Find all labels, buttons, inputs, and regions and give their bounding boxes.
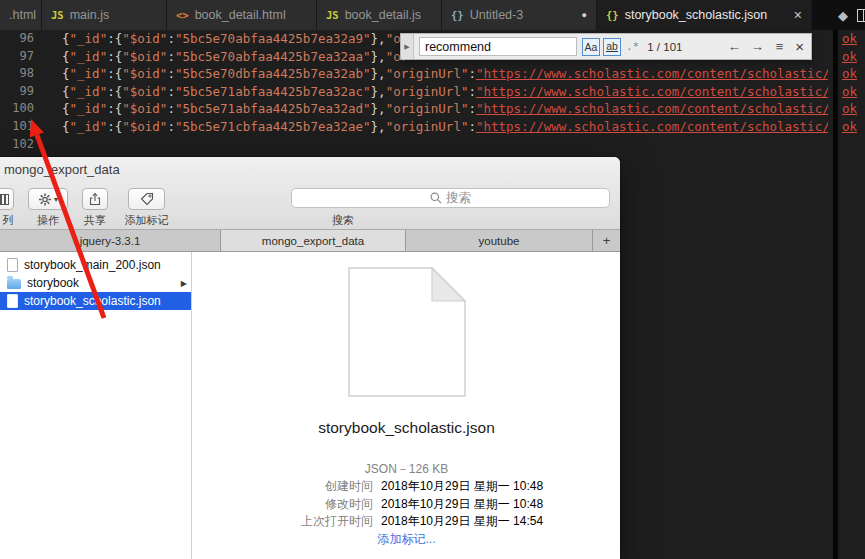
meta-label: 上次打开时间 <box>193 513 373 530</box>
meta-row-modified: 修改时间 2018年10月29日 星期一 10:48 <box>193 496 620 514</box>
meta-value: 2018年10月29日 星期一 10:48 <box>381 496 543 513</box>
screen: .html JS main.js <> book_detail.html JS … <box>0 0 865 559</box>
share-label: 共享 <box>73 213 117 228</box>
close-tab-icon[interactable]: × <box>794 7 802 23</box>
action-label: 操作 <box>26 213 70 228</box>
line-number: 97 <box>0 48 34 66</box>
tab-label: book_detail.html <box>195 8 286 22</box>
code-line[interactable]: 99{"_id":{"$oid":"5bc5e71abfaa4425b7ea32… <box>0 83 828 101</box>
code-line[interactable]: 102 <box>0 136 828 154</box>
code-text: {"_id":{"$oid":"5bc5e71cbfaa4425b7ea32ae… <box>62 118 828 136</box>
regex-toggle[interactable]: .* <box>626 40 639 53</box>
tab-label: Untitled-3 <box>470 8 524 22</box>
finder-tab-bar: jquery-3.3.1 mongo_export_data youtube + <box>0 230 620 252</box>
tab-label: .html <box>9 8 36 22</box>
editor-tab-bar: .html JS main.js <> book_detail.html JS … <box>0 0 865 30</box>
new-tab-button[interactable]: + <box>593 230 620 251</box>
add-tags-button[interactable] <box>128 188 165 210</box>
file-row-storybook-scholastic-json[interactable]: storybook_scholastic.json <box>0 292 191 310</box>
editor-tab-storybook-scholastic-json[interactable]: {} storybook_scholastic.json × <box>597 0 812 30</box>
file-list: storybook_main_200.json storybook ▶ stor… <box>0 252 192 559</box>
file-row-storybook-folder[interactable]: storybook ▶ <box>0 274 191 292</box>
search-icon <box>430 192 442 204</box>
tab-label: book_detail.js <box>345 8 421 22</box>
file-name: storybook_main_200.json <box>24 258 161 272</box>
editor-actions-area: ◆ <box>812 0 865 30</box>
preview-filename: storybook_scholastic.json <box>193 419 620 437</box>
editor-tab-book-detail-js[interactable]: JS book_detail.js <box>317 0 442 30</box>
match-case-toggle[interactable]: Aa <box>582 38 600 56</box>
toggle-replace-icon[interactable]: ▶ <box>401 34 414 59</box>
whole-word-toggle[interactable]: ab <box>603 38 621 56</box>
file-name: storybook_scholastic.json <box>24 294 161 308</box>
meta-value: 2018年10月29日 星期一 14:54 <box>381 513 543 530</box>
preview-kind-size: JSON－126 KB <box>193 461 620 478</box>
json-file-icon: {} <box>451 9 464 21</box>
code-line[interactable]: 101{"_id":{"$oid":"5bc5e71cbfaa4425b7ea3… <box>0 118 828 136</box>
search-placeholder: 搜索 <box>446 190 471 207</box>
find-in-selection-icon[interactable]: ≡ <box>776 39 784 54</box>
diamond-icon[interactable]: ◆ <box>838 8 848 23</box>
overflow-text: ok <box>838 100 865 118</box>
overflow-text: ok <box>838 118 865 136</box>
finder-window: mongo_export_data 列 <box>0 157 620 559</box>
line-number: 99 <box>0 83 34 101</box>
code-line[interactable]: 100{"_id":{"$oid":"5bc5e71abfaa4425b7ea3… <box>0 100 828 118</box>
meta-row-created: 创建时间 2018年10月29日 星期一 10:48 <box>193 478 620 496</box>
document-icon <box>7 294 18 308</box>
line-number: 98 <box>0 65 34 83</box>
find-input[interactable]: recommend <box>419 37 577 56</box>
chevron-down-icon: ▾ <box>54 195 58 204</box>
share-icon <box>88 192 102 206</box>
meta-label: 修改时间 <box>193 496 373 513</box>
window-title: mongo_export_data <box>4 162 120 177</box>
tag-label: 添加标记 <box>120 213 173 228</box>
view-mode-button[interactable] <box>0 188 14 210</box>
line-number: 102 <box>0 136 34 154</box>
whole-word-label: ab <box>606 41 618 52</box>
finder-search-field[interactable]: 搜索 <box>291 188 610 208</box>
editor-right-pane: okokokokokok <box>833 30 865 559</box>
meta-row-last-opened: 上次打开时间 2018年10月29日 星期一 14:54 <box>193 513 620 531</box>
editor-tab-book-detail-html[interactable]: <> book_detail.html <box>167 0 317 30</box>
html-file-icon: <> <box>176 9 189 21</box>
finder-titlebar: mongo_export_data 列 <box>0 157 620 230</box>
finder-tab-mongo-export-data[interactable]: mongo_export_data <box>221 230 406 251</box>
finder-tab-youtube[interactable]: youtube <box>406 230 593 251</box>
code-text: {"_id":{"$oid":"5bc5e70abfaa4425b7ea32a9… <box>62 30 408 48</box>
finder-tab-jquery[interactable]: jquery-3.3.1 <box>0 230 221 251</box>
previous-match-icon[interactable]: ← <box>728 39 741 54</box>
preview-pane: storybook_scholastic.json JSON－126 KB 创建… <box>193 252 620 559</box>
close-find-icon[interactable]: × <box>795 38 804 55</box>
editor-tab-html-partial[interactable]: .html <box>0 0 42 30</box>
action-menu-button[interactable]: ▾ <box>28 188 68 210</box>
view-label: 列 <box>0 213 16 228</box>
unsaved-dot-icon[interactable]: ● <box>582 10 587 20</box>
js-file-icon: JS <box>326 9 339 21</box>
next-match-icon[interactable]: → <box>751 39 764 54</box>
tab-label: main.js <box>70 8 110 22</box>
line-number: 96 <box>0 30 34 48</box>
meta-value: 2018年10月29日 星期一 10:48 <box>381 478 543 495</box>
disclosure-triangle-icon[interactable]: ▶ <box>181 279 187 288</box>
line-number: 101 <box>0 118 34 136</box>
folder-icon <box>7 279 21 289</box>
editor-tab-main-js[interactable]: JS main.js <box>42 0 167 30</box>
line-number: 100 <box>0 100 34 118</box>
tag-icon <box>140 192 154 206</box>
share-button[interactable] <box>82 188 108 210</box>
overflow-text: ok <box>838 83 865 101</box>
add-tags-link[interactable]: 添加标记... <box>193 531 620 548</box>
overflow-text: ok <box>838 30 865 48</box>
code-text: {"_id":{"$oid":"5bc5e70dbfaa4425b7ea32ab… <box>62 65 828 83</box>
editor-tab-untitled-3[interactable]: {} Untitled-3 ● <box>442 0 597 30</box>
meta-label: 创建时间 <box>193 478 373 495</box>
js-file-icon: JS <box>51 9 64 21</box>
file-row-storybook-main-200[interactable]: storybook_main_200.json <box>0 256 191 274</box>
overflow-text-column: okokokokokok <box>838 30 865 136</box>
document-preview-icon <box>347 266 467 398</box>
split-editor-icon[interactable] <box>857 9 865 22</box>
find-results-count: 1 / 101 <box>647 41 682 53</box>
file-name: storybook <box>27 276 79 290</box>
code-line[interactable]: 98{"_id":{"$oid":"5bc5e70dbfaa4425b7ea32… <box>0 65 828 83</box>
